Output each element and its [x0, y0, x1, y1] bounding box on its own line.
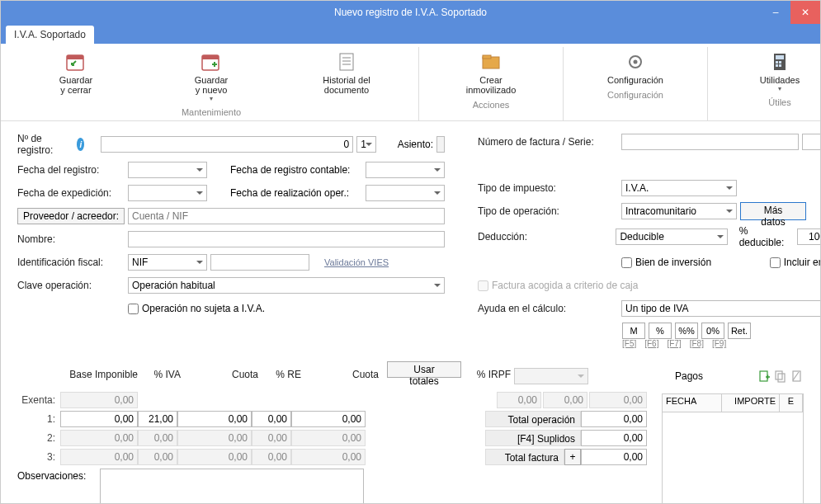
row2-label: 2: [17, 432, 60, 444]
numfac-field[interactable] [621, 134, 799, 150]
r2-iva [138, 430, 177, 446]
copy-payment-icon[interactable] [774, 370, 787, 383]
cuenta-field[interactable] [128, 208, 445, 224]
masdatos-button[interactable]: Más datos [740, 202, 806, 220]
helper-pct-button[interactable]: % [649, 323, 672, 339]
tabstrip: I.V.A. Soportado [1, 24, 820, 44]
r1-cuota[interactable] [177, 411, 252, 427]
idfis-select[interactable]: NIF [128, 254, 207, 271]
suplidos-label: [F4] Suplidos [485, 430, 581, 446]
delete-payment-icon[interactable] [790, 370, 804, 383]
r1-re[interactable] [252, 411, 291, 427]
idfis-value-field[interactable] [210, 254, 309, 271]
f6-hint: [F6] [644, 339, 658, 348]
col-irpf: % IRPF [465, 367, 514, 385]
svg-rect-15 [760, 371, 767, 381]
r1-iva[interactable] [138, 411, 177, 427]
nosujeta-checkbox[interactable]: Operación no sujeta a I.V.A. [128, 303, 265, 314]
helper-0pct-button[interactable]: 0% [701, 323, 724, 339]
history-button[interactable]: Historial del documento [280, 49, 413, 104]
obs-textarea[interactable] [100, 469, 364, 504]
fexp-field[interactable] [128, 185, 207, 201]
exenta-base [60, 392, 138, 408]
config-button[interactable]: Configuración [569, 49, 702, 87]
plus-button[interactable]: + [564, 449, 581, 465]
nombre-field[interactable] [128, 231, 445, 247]
pagos-col-e: E [780, 394, 803, 412]
col-base: Base Imponible [17, 367, 141, 385]
save-new-button[interactable]: Guardar y nuevo ▾ [144, 49, 278, 104]
create-asset-button[interactable]: Crear inmovilizado [424, 49, 558, 97]
inc347-checkbox[interactable]: Incluir en 347 [770, 257, 821, 268]
ded-label: Deducción: [478, 231, 612, 243]
r3-cuota2 [291, 449, 366, 465]
calculator-icon [768, 50, 791, 73]
tipoop-label: Tipo de operación: [478, 205, 618, 217]
tipoimp-select[interactable]: I.V.A. [621, 180, 737, 196]
helper-ret-button[interactable]: Ret. [728, 323, 751, 339]
tab-iva-soportado[interactable]: I.V.A. Soportado [6, 26, 94, 44]
r3-re [252, 449, 291, 465]
svg-rect-1 [67, 55, 83, 59]
totfac-value: 0,00 [581, 449, 647, 465]
asiento-label: Asiento: [398, 139, 433, 150]
window-title: Nuevo registro de I.V.A. Soportado [334, 7, 487, 18]
nreg-series-select[interactable]: 1 [356, 136, 376, 153]
nreg-label: Nº de registro: [17, 133, 70, 156]
f9-hint: [F9] [712, 339, 726, 348]
asiento-field [436, 136, 445, 153]
fro-label: Fecha de realización oper.: [230, 187, 362, 199]
close-button[interactable]: ✕ [790, 1, 820, 24]
info-icon[interactable]: i [77, 138, 84, 151]
fro-field[interactable] [366, 185, 445, 201]
svg-rect-12 [779, 61, 781, 64]
helper-pctpct-button[interactable]: %% [675, 323, 698, 339]
ded-select[interactable]: Deducible [616, 228, 727, 245]
svg-point-8 [634, 60, 638, 64]
svg-rect-4 [340, 54, 353, 70]
chevron-down-icon: ▾ [210, 95, 213, 102]
numfac-label: Número de factura / Serie: [478, 136, 618, 148]
tipoop-select[interactable]: Intracomunitario [621, 203, 737, 219]
document-list-icon [335, 50, 358, 73]
serie-field[interactable] [802, 134, 821, 150]
svg-rect-13 [776, 64, 778, 67]
r1-cuota2[interactable] [291, 411, 366, 427]
pctded-field[interactable] [797, 228, 821, 245]
save-close-button[interactable]: Guardar y cerrar [9, 49, 143, 104]
pagos-grid[interactable]: FECHA IMPORTE E [662, 393, 804, 504]
frc-field[interactable] [366, 162, 445, 178]
col-iva: % IVA [141, 367, 184, 385]
r2-cuota [177, 430, 252, 446]
usar-totales-button[interactable]: Usar totales [387, 361, 461, 378]
titlebar: Nuevo registro de I.V.A. Soportado – ✕ [1, 1, 820, 24]
ribbon-group-label: Acciones [473, 100, 510, 111]
criterio-checkbox: Factura acogida a criterio de caja [478, 280, 638, 291]
add-payment-icon[interactable] [757, 370, 771, 383]
suplidos-value: 0,00 [581, 430, 647, 446]
ayuda-select[interactable]: Un tipo de IVA [621, 300, 821, 317]
irpf-cuota [589, 392, 647, 408]
bieninv-checkbox[interactable]: Bien de inversión [621, 257, 711, 268]
folder-icon [479, 50, 503, 73]
svg-rect-16 [776, 371, 782, 379]
ribbon: Guardar y cerrar Guardar y nuevo ▾ Histo… [1, 44, 820, 121]
clave-select[interactable]: Operación habitual [128, 277, 445, 294]
vies-link[interactable]: Validación VIES [324, 257, 389, 267]
pagos-label: Pagos [675, 370, 703, 382]
utilities-button[interactable]: Utilidades ▾ [713, 49, 821, 94]
proveedor-button[interactable]: Proveedor / acreedor: [17, 208, 125, 224]
minimize-button[interactable]: – [761, 1, 790, 24]
r3-iva [138, 449, 177, 465]
nreg-field-1[interactable] [101, 136, 353, 153]
f7-hint: [F7] [667, 339, 681, 348]
svg-rect-6 [483, 55, 491, 59]
ayuda-label: Ayuda en el cálculo: [478, 303, 618, 314]
helper-m-button[interactable]: M [622, 323, 645, 339]
f8-hint: [F8] [690, 339, 704, 348]
freg-field[interactable] [128, 162, 207, 178]
r1-base[interactable] [60, 411, 138, 427]
irpf-concept-select [514, 368, 588, 384]
svg-rect-17 [778, 374, 785, 382]
irpf-pct [497, 392, 541, 408]
